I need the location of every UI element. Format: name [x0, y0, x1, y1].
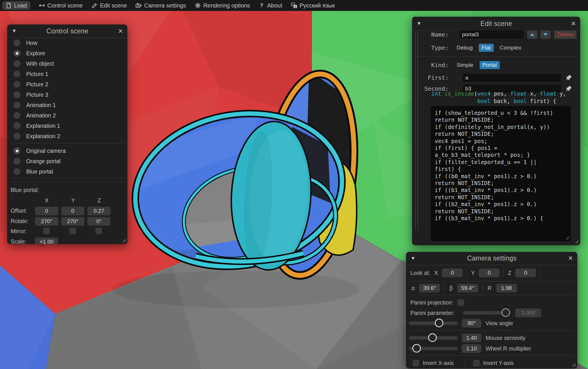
mirror-y-checkbox[interactable]: [69, 228, 76, 234]
resize-handle[interactable]: [574, 239, 579, 244]
divider: [10, 178, 125, 178]
type-option-flat-selected[interactable]: Flat: [479, 44, 494, 52]
invert-x-checkbox[interactable]: [413, 360, 419, 366]
radio-option-blue-portal[interactable]: Blue portal: [7, 166, 127, 177]
wheel-r-row: 1.10 Wheel R multiplier: [406, 344, 577, 353]
collapse-icon[interactable]: ▼: [417, 21, 422, 26]
alpha-input[interactable]: 39.6°: [419, 284, 440, 292]
radio-icon: [14, 122, 20, 129]
menu-item-camera-settings[interactable]: Camera settings: [135, 2, 186, 9]
rotate-y-input[interactable]: 270°: [61, 217, 84, 226]
slider-knob[interactable]: [501, 308, 510, 317]
radio-option-picture-1[interactable]: Picture 1: [7, 69, 127, 79]
mouse-sensitivity-row: 1.40 Mouse sensivity: [406, 334, 577, 342]
radio-option-explanation-1[interactable]: Explanation 1: [7, 121, 127, 131]
radio-option-explore[interactable]: Explore: [7, 48, 127, 58]
wheel-r-value[interactable]: 1.10: [462, 344, 481, 353]
radio-selected-icon: [14, 50, 20, 57]
pin-icon[interactable]: [565, 74, 573, 81]
delete-button[interactable]: Delete: [554, 31, 576, 39]
invert-y-checkbox[interactable]: [473, 360, 480, 366]
camera-settings-titlebar: ▼ Camera settings ×: [406, 252, 577, 265]
up-arrow-icon: [530, 33, 535, 36]
kind-label: Kind:: [412, 62, 449, 69]
code-token: float: [510, 90, 527, 97]
kind-option-portal-selected[interactable]: Portal: [480, 61, 500, 69]
menu-item-load[interactable]: Load: [2, 1, 30, 10]
collapse-icon[interactable]: ▼: [411, 256, 415, 261]
look-at-x-input[interactable]: 0: [442, 269, 463, 277]
resize-handle[interactable]: [122, 238, 126, 243]
panini-parameter-slider[interactable]: [463, 311, 509, 315]
wheel-r-slider[interactable]: [409, 347, 458, 350]
scale-input[interactable]: ×1.00: [35, 237, 58, 244]
view-angle-label: View angle: [486, 320, 513, 327]
radio-option-animation-2[interactable]: Animation 2: [7, 110, 127, 121]
close-icon[interactable]: ×: [118, 27, 123, 35]
view-angle-value[interactable]: 90°: [462, 319, 481, 328]
close-icon[interactable]: ×: [568, 254, 573, 262]
slider-knob[interactable]: [435, 319, 443, 327]
first-input[interactable]: a: [462, 73, 562, 82]
radio-option-how[interactable]: How: [7, 38, 127, 48]
rotate-z-input[interactable]: 0°: [87, 217, 110, 226]
radio-option-animation-1[interactable]: Animation 1: [7, 100, 127, 110]
move-down-button[interactable]: [540, 31, 551, 39]
offset-x-input[interactable]: 0: [35, 207, 58, 215]
pin-icon[interactable]: [565, 85, 573, 92]
radio-option-picture-2[interactable]: Picture 2: [7, 79, 127, 90]
file-icon: [5, 2, 12, 9]
beta-input[interactable]: 59.4°: [457, 284, 478, 292]
look-at-z-input[interactable]: 0: [515, 269, 536, 277]
portal-app-window: LoadControl sceneEdit sceneCamera settin…: [0, 0, 588, 369]
radio-option-orange-portal[interactable]: Orange portal: [7, 156, 127, 166]
panini-projection-checkbox[interactable]: [457, 299, 464, 306]
view-angle-slider[interactable]: [409, 322, 458, 325]
mirror-x-checkbox[interactable]: [43, 228, 50, 234]
name-input[interactable]: portal3: [459, 31, 524, 39]
offset-z-input[interactable]: 0.27: [87, 207, 110, 215]
menu-item-about[interactable]: ?About: [258, 2, 282, 9]
look-at-y-input[interactable]: 0: [479, 269, 499, 277]
gear-icon: [195, 2, 201, 9]
menu-item-control-scene[interactable]: Control scene: [39, 2, 83, 9]
kind-option-simple[interactable]: Simple: [457, 62, 473, 68]
slider-knob[interactable]: [428, 333, 437, 342]
code-resize-grip[interactable]: [565, 235, 570, 240]
menu-bar: LoadControl sceneEdit sceneCamera settin…: [0, 0, 588, 11]
column-header-x: X: [45, 197, 49, 204]
mouse-sensitivity-value[interactable]: 1.40: [462, 334, 481, 342]
r-input[interactable]: 1.98: [496, 284, 517, 292]
rotate-x-input[interactable]: 270°: [35, 217, 58, 226]
radio-label: Original camera: [26, 148, 66, 154]
menu-item-edit-scene[interactable]: Edit scene: [91, 2, 127, 9]
slider-knob[interactable]: [412, 344, 421, 353]
translate-icon: AБ: [291, 2, 297, 9]
code-editor[interactable]: if (show_teleported_u < 3 && !first)retu…: [431, 106, 571, 241]
code-token: is_inside: [445, 90, 474, 97]
separator: [467, 269, 467, 277]
type-option-debug[interactable]: Debug: [457, 45, 473, 51]
mirror-z-checkbox[interactable]: [95, 228, 102, 234]
kind-row: Kind: Simple Portal: [412, 60, 580, 70]
edit-scene-titlebar: ▼ Edit scene ×: [412, 17, 580, 31]
menu-item-rendering-options[interactable]: Rendering options: [195, 2, 250, 9]
code-token: [431, 98, 477, 104]
offset-y-input[interactable]: 0: [61, 207, 84, 215]
radio-option-picture-3[interactable]: Picture 3: [7, 90, 127, 100]
panini-parameter-value[interactable]: 1.000: [515, 309, 541, 317]
code-line: if (show_teleported_u < 3 && !first): [435, 109, 571, 116]
panel-title: Control scene: [17, 27, 118, 35]
radio-option-original-camera[interactable]: Original camera: [7, 146, 127, 156]
mouse-sensitivity-slider[interactable]: [409, 336, 458, 340]
move-up-button[interactable]: [527, 31, 537, 39]
radio-option-with-object[interactable]: With object: [7, 58, 127, 69]
code-line: if ((b3_mat_inv * pos1).z > 0.) {: [435, 215, 571, 222]
resize-handle[interactable]: [572, 363, 576, 367]
collapse-icon[interactable]: ▼: [12, 28, 17, 34]
menu-item-русский-язык[interactable]: AБРусский язык: [291, 2, 335, 9]
close-icon[interactable]: ×: [571, 20, 576, 28]
type-option-complex[interactable]: Complex: [500, 45, 521, 51]
radio-icon: [14, 91, 20, 98]
radio-option-explanation-2[interactable]: Explanation 2: [7, 131, 127, 141]
